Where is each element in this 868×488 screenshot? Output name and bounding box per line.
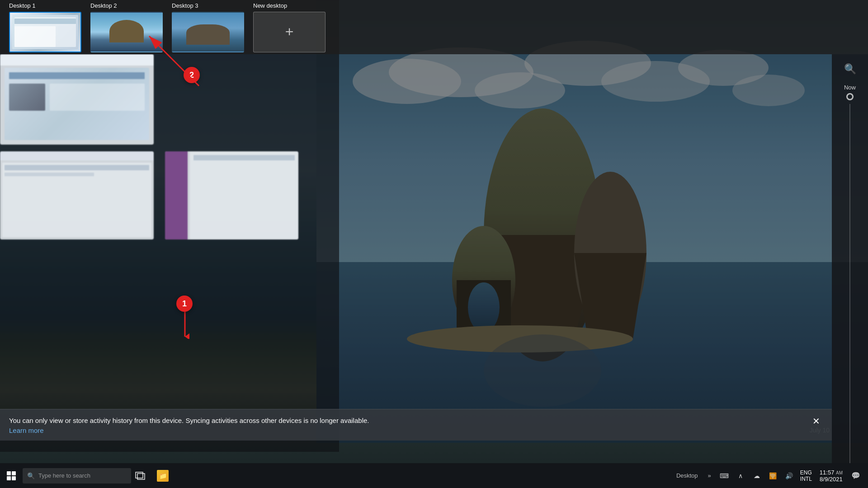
- notification-center-icon: 💬: [851, 471, 860, 480]
- taskbar: 🔍 Type here to search 📁 Desktop » ⌨ ∧ ☁ …: [0, 463, 868, 488]
- clock-date: 8/9/2021: [820, 476, 843, 483]
- lang-secondary: INTL: [800, 476, 812, 482]
- step-badge-2: 2: [184, 67, 200, 83]
- new-desktop-label: New desktop: [253, 2, 287, 9]
- notification-bar: You can only view or store activity hist…: [0, 409, 832, 441]
- taskbar-clock[interactable]: 11:57 AM 8/9/2021: [815, 463, 847, 488]
- desktop-strip: Desktop 1 Desktop 2 Desktop 3 New deskto…: [0, 0, 868, 54]
- tray-keyboard-icon[interactable]: ⌨: [717, 463, 732, 488]
- new-desktop-item[interactable]: New desktop +: [253, 2, 326, 52]
- desktop-item-1[interactable]: Desktop 1: [9, 2, 81, 52]
- clock-time: 11:57 AM: [820, 469, 843, 476]
- tray-chevron-icon[interactable]: ∧: [733, 463, 748, 488]
- window-preview-3[interactable]: [165, 151, 298, 239]
- taskbar-search-box[interactable]: 🔍 Type here to search: [23, 468, 131, 483]
- tray-onedrive-icon[interactable]: ☁: [749, 463, 764, 488]
- notification-message: You can only view or store activity hist…: [9, 416, 810, 426]
- new-desktop-button[interactable]: +: [253, 12, 326, 52]
- clock-ampm: AM: [836, 470, 843, 475]
- task-view-icon: [135, 472, 145, 480]
- desktop-1-thumb[interactable]: [9, 12, 81, 52]
- taskbar-desktop-label[interactable]: Desktop: [672, 472, 703, 479]
- notification-close-button[interactable]: ✕: [810, 416, 823, 427]
- window-preview-1[interactable]: [0, 54, 154, 145]
- step-badge-1: 1: [176, 296, 193, 312]
- file-explorer-icon: 📁: [157, 470, 169, 482]
- taskbar-apps: 📁: [151, 463, 174, 488]
- timeline-dot: [846, 93, 854, 100]
- taskbar-app-explorer[interactable]: 📁: [151, 463, 174, 488]
- win-sq-2: [12, 471, 16, 475]
- tray-language[interactable]: ENG INTL: [798, 463, 814, 488]
- desktop-2-thumb[interactable]: [90, 12, 163, 52]
- timeline-search-icon[interactable]: 🔍: [844, 63, 856, 75]
- desktop-2-label: Desktop 2: [90, 2, 117, 9]
- start-button[interactable]: [0, 463, 23, 488]
- notification-content: You can only view or store activity hist…: [9, 416, 810, 435]
- win-sq-4: [12, 476, 16, 480]
- taskbar-more-icon[interactable]: »: [703, 472, 716, 479]
- main-area: [0, 54, 832, 463]
- window-inner-1: [5, 68, 149, 140]
- windows-icon: [7, 471, 16, 480]
- tray-notification-center[interactable]: 💬: [848, 463, 863, 488]
- taskbar-search-icon: 🔍: [27, 472, 35, 479]
- desktop-1-label: Desktop 1: [9, 2, 36, 9]
- desktop-item-2[interactable]: Desktop 2: [90, 2, 163, 52]
- timeline-line: [849, 104, 850, 463]
- tray-network-icon[interactable]: 🛜: [765, 463, 781, 488]
- taskbar-task-view-button[interactable]: [131, 463, 149, 488]
- taskbar-right: Desktop » ⌨ ∧ ☁ 🛜 🔊 ENG INTL 11:57 AM 8/…: [672, 463, 868, 488]
- lang-primary: ENG: [800, 469, 812, 476]
- tray-volume-icon[interactable]: 🔊: [782, 463, 797, 488]
- timeline-now-label: Now: [844, 84, 856, 91]
- desktop-3-label: Desktop 3: [172, 2, 198, 9]
- learn-more-link[interactable]: Learn more: [9, 427, 810, 434]
- timeline-panel: 🔍 Now: [832, 54, 868, 463]
- badge-1-container: 1: [176, 296, 193, 312]
- desktop-3-thumb[interactable]: [172, 12, 244, 52]
- taskbar-search-placeholder: Type here to search: [38, 472, 90, 479]
- window-preview-2[interactable]: [0, 151, 154, 239]
- win-sq-3: [7, 476, 11, 480]
- win-sq-1: [7, 471, 11, 475]
- desktop-item-3[interactable]: Desktop 3: [172, 2, 244, 52]
